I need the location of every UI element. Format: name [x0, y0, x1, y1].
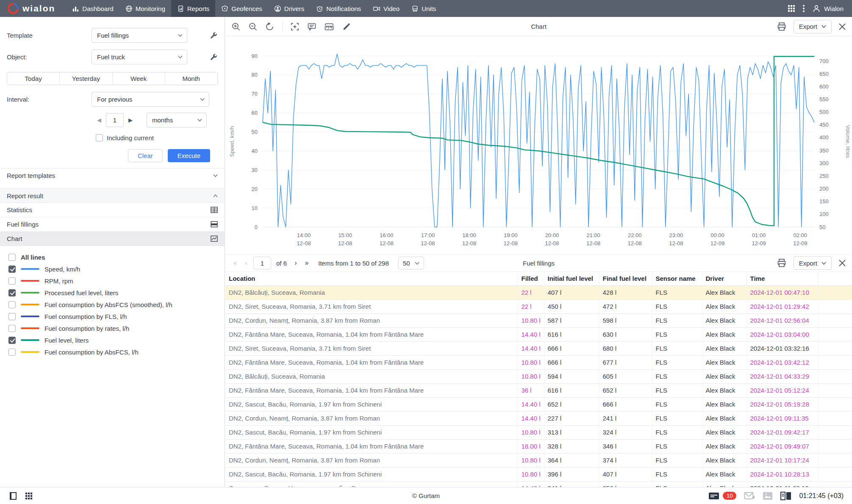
table-row[interactable]: DN2, Fântâna Mare, Suceava, Romania, 1.0… [225, 355, 852, 369]
mail-icon[interactable] [744, 492, 755, 500]
col-header-final-fuel-level[interactable]: Final fuel level [599, 272, 652, 285]
next-page-icon[interactable]: › [292, 259, 300, 267]
chart-area[interactable]: 0102030405060708090501001502002503003504… [225, 36, 852, 254]
chart-export-button[interactable]: Export [794, 20, 832, 33]
table-row[interactable]: DN2, Sascut, Bacău, Romania, 1.97 km fro… [225, 467, 852, 481]
quick-range-week[interactable]: Week [112, 72, 165, 85]
print-chart-icon[interactable] [777, 22, 787, 32]
legend-row-all-lines[interactable]: All lines [8, 251, 225, 263]
including-current-checkbox[interactable] [96, 134, 103, 141]
interval-unit-select[interactable]: months [147, 113, 207, 127]
ruler-icon[interactable] [324, 22, 334, 31]
first-page-icon[interactable]: « [231, 259, 239, 267]
legend-row-fuel-consumption-by-absfcs-smoothed-l-h[interactable]: Fuel consumption by AbsFCS (smoothed), l… [8, 299, 225, 310]
table-row[interactable]: DN2, Cordun, Neamț, Romania, 3.87 km fro… [225, 453, 852, 467]
table-row[interactable]: Ленина ул., Рышка, Нижегородская обл., Р… [225, 481, 852, 487]
legend-row-speed-km-h[interactable]: Speed, km/h [8, 263, 225, 275]
kebab-menu-icon[interactable] [803, 5, 805, 12]
legend-row-processed-fuel-level-liters[interactable]: Processed fuel level, liters [8, 287, 225, 299]
legend-checkbox[interactable] [8, 325, 16, 332]
table-row[interactable]: DN2, Siret, Suceava, Romania, 3.71 km fr… [225, 299, 852, 313]
col-header-driver[interactable]: Driver [702, 272, 747, 285]
nav-item-geofences[interactable]: Geofences [215, 0, 268, 17]
toggle-sidebar-icon[interactable] [8, 491, 18, 501]
table-row[interactable]: DN2, Siret, Suceava, Romania, 3.71 km fr… [225, 341, 852, 355]
wialon-logo[interactable]: wialon [0, 0, 66, 17]
object-select[interactable]: Fuel truck [92, 50, 187, 64]
close-chart-icon[interactable] [838, 23, 846, 30]
close-table-icon[interactable] [838, 259, 846, 267]
col-header-filled[interactable]: Filled [518, 272, 544, 285]
quick-range-today[interactable]: Today [7, 72, 59, 85]
col-header-time[interactable]: Time [747, 272, 818, 285]
interval-select[interactable]: For previous [92, 92, 209, 107]
user-menu[interactable]: Wialon [812, 4, 844, 13]
quick-range-yesterday[interactable]: Yesterday [59, 72, 112, 85]
zoom-out-icon[interactable] [248, 22, 258, 31]
media-icon[interactable] [763, 492, 773, 500]
table-row[interactable]: DN2, Cordun, Neamț, Romania, 3.87 km fro… [225, 313, 852, 327]
cell-filled: 10.80 l [518, 369, 544, 383]
legend-checkbox[interactable] [8, 337, 16, 344]
table-row[interactable]: DN2, Sascut, Bacău, Romania, 1.97 km fro… [225, 425, 852, 439]
bottom-apps-grid-icon[interactable] [25, 492, 33, 500]
execute-button[interactable]: Execute [168, 149, 210, 162]
print-table-icon[interactable] [777, 258, 787, 268]
nav-item-notifications[interactable]: Notifications [310, 0, 367, 17]
legend-checkbox[interactable] [8, 301, 16, 308]
col-header-sensor-name[interactable]: Sensor name [652, 272, 702, 285]
reset-zoom-icon[interactable] [265, 22, 275, 31]
section-report-templates[interactable]: Report templates [0, 168, 225, 183]
object-settings-wrench-icon[interactable] [210, 53, 218, 61]
page-size-select[interactable]: 50 [398, 257, 425, 269]
table-export-button[interactable]: Export [794, 256, 832, 270]
interval-increment-arrow[interactable]: ▶ [127, 117, 134, 124]
nav-item-monitoring[interactable]: Monitoring [119, 0, 171, 17]
messages-icon[interactable] [708, 491, 719, 501]
interval-count-input[interactable] [106, 113, 124, 127]
legend-row-fuel-consumption-by-rates-l-h[interactable]: Fuel consumption by rates, l/h [8, 322, 225, 334]
legend-checkbox[interactable] [8, 277, 16, 285]
col-header-location[interactable]: Location [225, 272, 518, 285]
pencil-icon[interactable] [342, 22, 351, 31]
nav-item-drivers[interactable]: Drivers [268, 0, 311, 17]
legend-row-fuel-consumption-by-fls-l-h[interactable]: Fuel consumption by FLS, l/h [8, 310, 225, 322]
table-row[interactable]: DN2, Bălcăuți, Suceava, Romania10.80 l59… [225, 369, 852, 383]
apps-grid-icon[interactable] [788, 5, 795, 12]
last-page-icon[interactable]: » [303, 259, 311, 267]
quick-range-month[interactable]: Month [165, 72, 217, 85]
template-select[interactable]: Fuel fillings [92, 28, 187, 43]
nav-item-units[interactable]: Units [405, 0, 442, 17]
legend-checkbox[interactable] [8, 254, 16, 261]
legend-row-fuel-consumption-by-absfcs-l-h[interactable]: Fuel consumption by AbsFCS, l/h [8, 346, 225, 358]
nav-item-dashboard[interactable]: Dashboard [66, 0, 119, 17]
result-item-chart[interactable]: Chart [0, 232, 225, 246]
table-row[interactable]: DN2, Fântâna Mare, Suceava, Romania, 1.0… [225, 439, 852, 453]
prev-page-icon[interactable]: ‹ [242, 259, 250, 267]
legend-checkbox[interactable] [8, 313, 16, 320]
legend-row-fuel-level-liters[interactable]: Fuel level, liters [8, 334, 225, 346]
clear-button[interactable]: Clear [128, 149, 163, 162]
table-row[interactable]: DN2, Fântâna Mare, Suceava, Romania, 1.0… [225, 383, 852, 397]
table-row[interactable]: DN2, Bălcăuți, Suceava, Romania22 l407 l… [225, 285, 852, 299]
legend-row-rpm-rpm[interactable]: RPM, rpm [8, 275, 225, 287]
nav-item-video[interactable]: Video [367, 0, 405, 17]
table-row[interactable]: DN2, Cordun, Neamț, Romania, 3.87 km fro… [225, 411, 852, 425]
legend-checkbox[interactable] [8, 289, 16, 296]
zoom-in-icon[interactable] [231, 22, 241, 31]
legend-checkbox[interactable] [8, 349, 16, 356]
col-header-initial-fuel-level[interactable]: Initial fuel level [544, 272, 599, 285]
area-select-icon[interactable] [290, 22, 300, 31]
page-number-input[interactable] [253, 257, 271, 269]
template-settings-wrench-icon[interactable] [210, 31, 218, 39]
result-item-statistics[interactable]: Statistics [0, 203, 225, 217]
split-panel-icon[interactable] [780, 492, 791, 500]
section-report-result[interactable]: Report result [0, 188, 225, 203]
result-item-fuel-fillings[interactable]: Fuel fillings [0, 217, 225, 232]
nav-item-reports[interactable]: Reports [171, 0, 216, 17]
table-row[interactable]: DN2, Fântâna Mare, Suceava, Romania, 1.0… [225, 327, 852, 341]
interval-decrement-arrow[interactable]: ◀ [96, 117, 103, 124]
legend-checkbox[interactable] [8, 266, 16, 273]
tooltip-icon[interactable] [307, 22, 316, 31]
table-row[interactable]: DN2, Sascut, Bacău, Romania, 1.97 km fro… [225, 397, 852, 411]
